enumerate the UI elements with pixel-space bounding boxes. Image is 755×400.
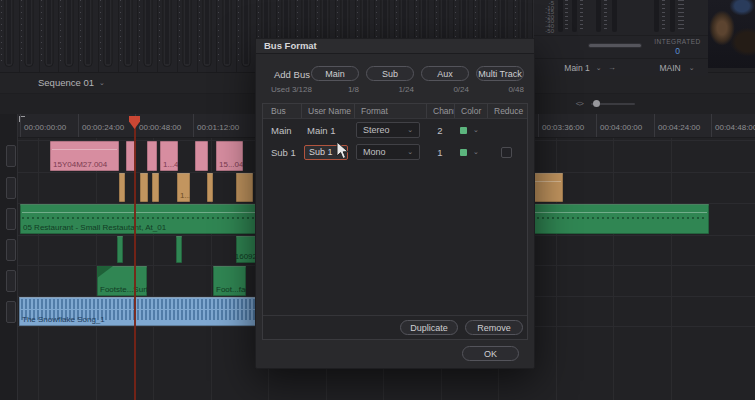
chevron-down-icon[interactable]: ⌄ xyxy=(473,148,479,156)
track-gutter xyxy=(0,114,18,400)
channel-strip[interactable] xyxy=(40,0,60,72)
ruler-timecode: 00:00:00:00 xyxy=(24,123,66,132)
channel-strip[interactable] xyxy=(198,0,218,72)
integrated-label: INTEGRATED xyxy=(647,38,708,45)
ruler-tick: 00:04:48:00 xyxy=(711,114,712,137)
meter-bar xyxy=(572,0,577,32)
meter-bar xyxy=(558,0,563,32)
meter-ticks xyxy=(662,0,665,32)
chevron-down-icon: ⌄ xyxy=(99,79,105,87)
monitor-source-select[interactable]: Main 1 ⌄ → xyxy=(534,63,646,73)
meter-bar xyxy=(596,0,601,32)
ruler-timecode: 00:00:24:00 xyxy=(82,123,124,132)
integrated-value: 0 xyxy=(647,46,708,56)
mouse-cursor xyxy=(336,141,349,160)
channel-strip[interactable] xyxy=(79,0,99,72)
track-header[interactable] xyxy=(6,270,16,292)
bus-table-footer: Duplicate Remove xyxy=(263,315,527,339)
channel-strip[interactable] xyxy=(138,0,158,72)
used-multitrack-count: 0/48 xyxy=(476,85,524,94)
col-reduce: Reduce xyxy=(487,104,527,118)
channel-strip[interactable] xyxy=(119,0,139,72)
duplicate-button[interactable]: Duplicate xyxy=(400,320,458,335)
ruler-timecode: 00:00:48:00 xyxy=(139,123,181,132)
channel-strip[interactable] xyxy=(59,0,79,72)
ruler-tick: 00:00:00:00 xyxy=(20,114,21,137)
expand-icon[interactable]: <> xyxy=(576,99,583,108)
ruler-tick: 00:00:24:00 xyxy=(78,114,79,137)
add-aux-button[interactable]: Aux xyxy=(421,66,469,81)
format-dropdown[interactable]: Mono ⌄ xyxy=(356,144,420,160)
zoom-slider-knob[interactable] xyxy=(593,100,600,107)
playhead-line xyxy=(134,116,136,400)
meter-bar xyxy=(670,0,675,32)
channel-strip[interactable] xyxy=(20,0,40,72)
ruler-timecode: 00:04:24:00 xyxy=(658,123,700,132)
color-swatch[interactable] xyxy=(460,127,467,134)
used-sub-count: 1/24 xyxy=(366,85,414,94)
channel-strip[interactable] xyxy=(158,0,178,72)
table-row-sub1[interactable]: Sub 1 Sub 1 Mono ⌄ 1 ⌄ xyxy=(263,141,527,163)
zoom-slider[interactable] xyxy=(591,103,635,105)
table-row-main[interactable]: Main Main 1 Stereo ⌄ 2 ⌄ xyxy=(263,119,527,141)
add-sub-button[interactable]: Sub xyxy=(366,66,414,81)
meter-bar xyxy=(654,0,659,32)
reduce-checkbox[interactable] xyxy=(501,147,512,158)
track-header[interactable] xyxy=(6,301,16,323)
fairlight-page: -5-10-15-20-30-40-50 INTEGRATED 0 Main 1 xyxy=(0,0,755,400)
meter-ticks xyxy=(580,0,583,32)
track-header[interactable] xyxy=(6,145,16,167)
meter-ticks xyxy=(565,0,568,32)
ruler-tick: 00:04:00:00 xyxy=(596,114,597,137)
channel-strip[interactable] xyxy=(0,0,20,72)
monitor-fader[interactable] xyxy=(589,44,641,47)
monitor-output-select[interactable]: MAIN ⌄ xyxy=(646,63,708,73)
chevron-down-icon: ⌄ xyxy=(689,64,695,72)
chevron-down-icon[interactable]: ⌄ xyxy=(473,126,479,134)
bus-format-dialog: Bus Format Add Bus Main Sub Aux Multi Tr… xyxy=(255,38,535,369)
chevron-down-icon: ⌄ xyxy=(407,148,413,156)
ruler-tick: 00:04:24:00 xyxy=(654,114,655,137)
channel-strip[interactable] xyxy=(217,0,237,72)
ok-button[interactable]: OK xyxy=(462,346,519,361)
col-channels: Channels xyxy=(426,104,454,118)
channel-strip[interactable] xyxy=(99,0,119,72)
remove-button[interactable]: Remove xyxy=(465,320,523,335)
ruler-tick: 00:01:12:00 xyxy=(193,114,194,137)
col-username: User Name xyxy=(301,104,354,118)
ruler-tick: 00:03:36:00 xyxy=(538,114,539,137)
meter-ticks xyxy=(678,0,684,32)
track-header[interactable] xyxy=(6,239,16,261)
add-multitrack-button[interactable]: Multi Track xyxy=(476,66,524,81)
track-header[interactable] xyxy=(6,208,16,230)
track-header[interactable] xyxy=(6,177,16,199)
col-format: Format xyxy=(354,104,426,118)
video-preview xyxy=(708,0,755,68)
add-main-button[interactable]: Main xyxy=(311,66,359,81)
channel-strip[interactable] xyxy=(237,0,257,72)
used-main-count: 1/8 xyxy=(311,85,359,94)
col-bus: Bus xyxy=(263,104,301,118)
loudness-meters: -5-10-15-20-30-40-50 xyxy=(534,0,708,36)
color-swatch[interactable] xyxy=(460,149,467,156)
col-color: Color xyxy=(454,104,487,118)
format-dropdown[interactable]: Stereo ⌄ xyxy=(356,122,420,138)
ruler-timecode: 00:03:36:00 xyxy=(542,123,584,132)
chevron-down-icon: ⌄ xyxy=(407,126,413,134)
used-aux-count: 0/24 xyxy=(421,85,469,94)
meter-bar xyxy=(612,0,617,32)
monitoring-panel: -5-10-15-20-30-40-50 INTEGRATED 0 Main 1 xyxy=(533,0,708,76)
sequence-selector[interactable]: Sequence 01 ⌄ xyxy=(38,77,105,88)
bus-table-header: Bus User Name Format Channels Color Redu… xyxy=(263,104,527,119)
ruler-timecode: 00:01:12:00 xyxy=(197,123,239,132)
chevron-down-icon: ⌄ xyxy=(596,64,602,72)
channel-strip[interactable] xyxy=(178,0,198,72)
route-arrow-icon: → xyxy=(608,63,616,72)
add-bus-label: Add Bus xyxy=(274,69,310,80)
ruler-timecode: 00:04:48:00 xyxy=(715,123,755,132)
meter-ticks xyxy=(604,0,607,32)
dialog-title: Bus Format xyxy=(256,39,534,54)
ruler-timecode: 00:04:00:00 xyxy=(600,123,642,132)
bus-table: Bus User Name Format Channels Color Redu… xyxy=(262,103,528,340)
db-scale: -5-10-15-20-30-40-50 xyxy=(538,1,554,33)
